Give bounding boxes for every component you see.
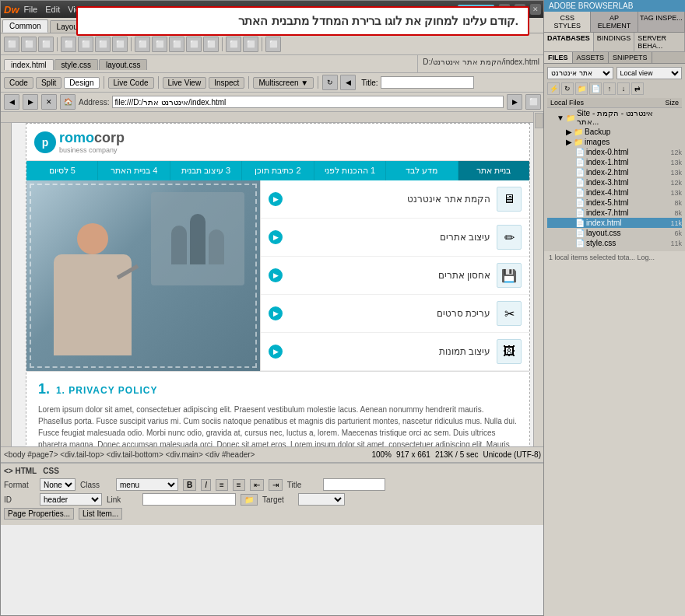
bold-button[interactable]: B (183, 479, 196, 491)
nav-item-4[interactable]: 4 בניית האתר (98, 161, 170, 180)
link-input[interactable] (142, 493, 236, 506)
multiscreen-button[interactable]: Multiscreen ▼ (253, 77, 314, 89)
service-arrow-5[interactable]: ▶ (269, 345, 283, 359)
tab-ap-element[interactable]: AP ELEMENT (591, 12, 638, 32)
tool-icon-5[interactable]: ⬜ (78, 37, 93, 52)
view-select[interactable]: Local view (616, 67, 683, 79)
close-button[interactable]: ✕ (530, 4, 541, 15)
live-code-button[interactable]: Live Code (108, 77, 154, 89)
log-button[interactable]: Log... (638, 254, 655, 261)
page-properties-btn[interactable]: Page Properties... (4, 508, 74, 520)
nav-item-alone[interactable]: מדע לבד (386, 161, 458, 180)
tree-item-backup[interactable]: ▶ 📁 Backup (547, 127, 682, 137)
tree-item-index7[interactable]: 📄 index-7.html 8k (547, 208, 682, 218)
ordered-list-btn[interactable]: ≡ (233, 479, 245, 491)
nav-prev-icon[interactable]: ◀ (4, 94, 19, 110)
nav-item-3[interactable]: 3 עיצוב תבנית (170, 161, 242, 180)
tool-icon-6[interactable]: ⬜ (95, 37, 111, 52)
tree-item-index0[interactable]: 📄 index-0.html 12k (547, 147, 682, 157)
tab-css-styles[interactable]: CSS STYLES (544, 12, 591, 32)
subtab-server[interactable]: SERVER BEHA... (634, 33, 685, 51)
tab-style-css[interactable]: style.css (54, 59, 98, 70)
tab-layout-css[interactable]: layout.css (99, 59, 147, 70)
design-button[interactable]: Design (64, 77, 99, 89)
site-select[interactable]: אתר אינטרנט (547, 67, 613, 79)
tree-item-index1[interactable]: 📄 index-1.html 13k (547, 157, 682, 167)
address-input[interactable] (112, 96, 504, 108)
tab-tag-inspect[interactable]: TAG INSPE... (638, 12, 685, 32)
menu-file[interactable]: File (24, 5, 38, 14)
tree-item-layoutcss[interactable]: 📄 layout.css 6k (547, 228, 682, 238)
tool-icon-1[interactable]: ⬜ (4, 37, 19, 52)
outdent-btn[interactable]: ⇥ (269, 479, 283, 491)
nav-stop-icon[interactable]: ✕ (41, 94, 57, 110)
tree-item-root[interactable]: ▼ 📁 Site - אינטרנט - הקמת אתר... (547, 108, 682, 127)
browserlab-title[interactable]: ADOBE BROWSERLAB (544, 0, 685, 12)
files-tab-snippets[interactable]: SNIPPETS (609, 52, 652, 63)
tool-icon-9[interactable]: ⬜ (152, 37, 167, 52)
code-button[interactable]: Code (4, 77, 33, 89)
target-select[interactable] (298, 493, 345, 506)
inspect-button[interactable]: Inspect (209, 77, 244, 89)
tree-item-index2[interactable]: 📄 index-2.html 13k (547, 167, 682, 177)
vertical-scrollbar[interactable] (533, 112, 544, 446)
nav-item-1[interactable]: 1 ההכנות לפני (314, 161, 386, 180)
tree-item-images[interactable]: ▶ 📁 images (547, 137, 682, 147)
tree-item-index4[interactable]: 📄 index-4.html 13k (547, 187, 682, 198)
tool-icon-15[interactable]: ⬜ (265, 37, 281, 52)
ft-connect-icon[interactable]: ⚡ (547, 82, 560, 95)
list-item-btn[interactable]: List Item... (79, 508, 122, 520)
subtab-databases[interactable]: DATABASES (544, 33, 594, 51)
nav-item-5[interactable]: 5 לסיום (26, 161, 98, 180)
tool-icon-10[interactable]: ⬜ (169, 37, 184, 52)
props-css-label[interactable]: CSS (43, 467, 59, 475)
link-folder-btn[interactable]: 📁 (241, 494, 258, 506)
service-arrow-2[interactable]: ▶ (269, 230, 283, 244)
tree-item-index5[interactable]: 📄 index-5.html 8k (547, 198, 682, 208)
id-select[interactable]: header (40, 493, 102, 506)
ft-upload-icon[interactable]: ↑ (603, 82, 616, 95)
title-prop-input[interactable] (323, 478, 385, 491)
nav-item-2[interactable]: 2 כתיבת תוכן (242, 161, 314, 180)
nav-back-icon[interactable]: ◀ (340, 75, 356, 90)
tool-icon-7[interactable]: ⬜ (112, 37, 128, 52)
split-button[interactable]: Split (36, 77, 61, 89)
tool-icon-3[interactable]: ⬜ (38, 37, 54, 52)
live-view-button[interactable]: Live View (163, 77, 207, 89)
files-tab-assets[interactable]: ASSETS (573, 52, 609, 63)
address-go-icon[interactable]: ▶ (507, 94, 522, 110)
tool-icon-14[interactable]: ⬜ (243, 37, 258, 52)
italic-button[interactable]: I (201, 479, 211, 491)
ft-download-icon[interactable]: ↓ (617, 82, 630, 95)
tool-icon-4[interactable]: ⬜ (61, 37, 76, 52)
ft-sync-icon[interactable]: ⇄ (631, 82, 644, 95)
unordered-list-btn[interactable]: ≡ (216, 479, 228, 491)
menu-edit[interactable]: Edit (45, 5, 60, 14)
refresh-icon[interactable]: ↻ (322, 75, 338, 90)
service-arrow-3[interactable]: ▶ (269, 268, 283, 282)
tab-common[interactable]: Common (2, 19, 48, 33)
service-arrow-1[interactable]: ▶ (269, 192, 283, 206)
tool-icon-11[interactable]: ⬜ (186, 37, 202, 52)
tree-item-indexhtml[interactable]: 📄 index.html 11k (547, 218, 682, 228)
class-select[interactable]: menu (116, 478, 178, 491)
ft-refresh-icon[interactable]: ↻ (561, 82, 574, 95)
indent-btn[interactable]: ⇤ (250, 479, 264, 491)
props-html-label[interactable]: <> HTML (4, 467, 37, 475)
nav-item-build[interactable]: בניית אתר (458, 161, 529, 180)
scroll-thumb[interactable] (535, 113, 543, 128)
address-extra-icon[interactable]: ⬜ (525, 94, 541, 110)
tree-item-index3[interactable]: 📄 index-3.html 12k (547, 177, 682, 187)
files-tab-files[interactable]: FILES (544, 52, 573, 63)
tool-icon-8[interactable]: ⬜ (135, 37, 150, 52)
tool-icon-12[interactable]: ⬜ (203, 37, 219, 52)
tool-icon-2[interactable]: ⬜ (21, 37, 37, 52)
nav-home-icon[interactable]: 🏠 (60, 94, 76, 110)
title-input[interactable] (381, 76, 474, 89)
tool-icon-13[interactable]: ⬜ (226, 37, 241, 52)
service-arrow-4[interactable]: ▶ (269, 306, 283, 320)
tree-item-stylecss[interactable]: 📄 style.css 11k (547, 238, 682, 248)
tab-index-html[interactable]: index.html (4, 59, 54, 70)
subtab-bindings[interactable]: BINDINGS (594, 33, 635, 51)
ft-new-file-icon[interactable]: 📄 (589, 82, 602, 95)
